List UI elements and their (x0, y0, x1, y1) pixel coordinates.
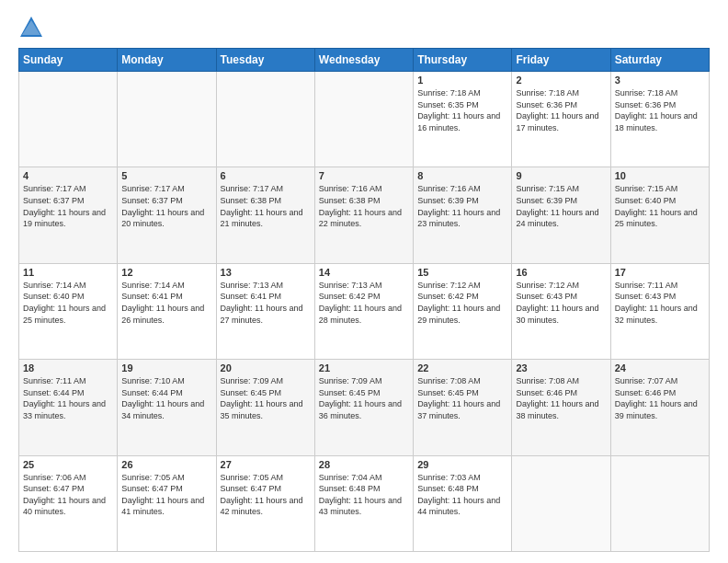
calendar-cell: 29Sunrise: 7:03 AM Sunset: 6:48 PM Dayli… (414, 455, 512, 551)
calendar-cell: 1Sunrise: 7:18 AM Sunset: 6:35 PM Daylig… (414, 72, 512, 167)
day-info: Sunrise: 7:12 AM Sunset: 6:42 PM Dayligh… (417, 280, 507, 326)
calendar-cell: 11Sunrise: 7:14 AM Sunset: 6:40 PM Dayli… (19, 263, 118, 359)
day-info: Sunrise: 7:15 AM Sunset: 6:40 PM Dayligh… (615, 183, 705, 229)
day-info: Sunrise: 7:03 AM Sunset: 6:48 PM Dayligh… (417, 472, 507, 518)
day-number: 9 (516, 170, 606, 181)
calendar-cell (314, 72, 413, 167)
day-info: Sunrise: 7:05 AM Sunset: 6:47 PM Dayligh… (121, 472, 211, 518)
calendar-cell: 27Sunrise: 7:05 AM Sunset: 6:47 PM Dayli… (216, 455, 314, 551)
calendar-cell: 18Sunrise: 7:11 AM Sunset: 6:44 PM Dayli… (19, 360, 118, 455)
calendar-cell: 7Sunrise: 7:16 AM Sunset: 6:38 PM Daylig… (314, 167, 413, 263)
day-number: 13 (221, 267, 311, 278)
calendar-week-3: 18Sunrise: 7:11 AM Sunset: 6:44 PM Dayli… (19, 360, 710, 455)
day-info: Sunrise: 7:17 AM Sunset: 6:37 PM Dayligh… (23, 183, 113, 229)
day-number: 27 (221, 459, 311, 470)
day-number: 19 (121, 362, 211, 373)
day-number: 22 (417, 362, 507, 373)
day-info: Sunrise: 7:17 AM Sunset: 6:38 PM Dayligh… (221, 183, 311, 229)
day-number: 18 (23, 362, 113, 373)
calendar-cell: 22Sunrise: 7:08 AM Sunset: 6:45 PM Dayli… (414, 360, 512, 455)
calendar-cell: 19Sunrise: 7:10 AM Sunset: 6:44 PM Dayli… (118, 360, 216, 455)
calendar-header-tuesday: Tuesday (216, 49, 314, 72)
day-info: Sunrise: 7:06 AM Sunset: 6:47 PM Dayligh… (23, 472, 113, 518)
page: SundayMondayTuesdayWednesdayThursdayFrid… (0, 0, 728, 563)
calendar-cell: 24Sunrise: 7:07 AM Sunset: 6:46 PM Dayli… (610, 360, 709, 455)
day-info: Sunrise: 7:13 AM Sunset: 6:42 PM Dayligh… (319, 280, 409, 326)
calendar-cell: 21Sunrise: 7:09 AM Sunset: 6:45 PM Dayli… (314, 360, 413, 455)
calendar-cell (610, 455, 709, 551)
calendar-cell: 26Sunrise: 7:05 AM Sunset: 6:47 PM Dayli… (118, 455, 216, 551)
day-number: 7 (319, 170, 409, 181)
calendar-cell: 12Sunrise: 7:14 AM Sunset: 6:41 PM Dayli… (118, 263, 216, 359)
calendar-cell: 17Sunrise: 7:11 AM Sunset: 6:43 PM Dayli… (610, 263, 709, 359)
calendar-cell: 15Sunrise: 7:12 AM Sunset: 6:42 PM Dayli… (414, 263, 512, 359)
day-number: 3 (615, 75, 705, 86)
calendar-week-0: 1Sunrise: 7:18 AM Sunset: 6:35 PM Daylig… (19, 72, 710, 167)
day-number: 10 (615, 170, 705, 181)
calendar-cell: 5Sunrise: 7:17 AM Sunset: 6:37 PM Daylig… (118, 167, 216, 263)
day-number: 6 (221, 170, 311, 181)
calendar-header-thursday: Thursday (414, 49, 512, 72)
day-number: 12 (121, 267, 211, 278)
day-number: 26 (121, 459, 211, 470)
day-info: Sunrise: 7:11 AM Sunset: 6:44 PM Dayligh… (23, 375, 113, 421)
calendar: SundayMondayTuesdayWednesdayThursdayFrid… (18, 48, 710, 552)
day-number: 1 (417, 75, 507, 86)
day-info: Sunrise: 7:09 AM Sunset: 6:45 PM Dayligh… (319, 375, 409, 421)
logo-icon (18, 15, 44, 40)
calendar-cell (216, 72, 314, 167)
calendar-header-row: SundayMondayTuesdayWednesdayThursdayFrid… (19, 49, 710, 72)
day-number: 11 (23, 267, 113, 278)
calendar-cell: 25Sunrise: 7:06 AM Sunset: 6:47 PM Dayli… (19, 455, 118, 551)
day-info: Sunrise: 7:07 AM Sunset: 6:46 PM Dayligh… (615, 375, 705, 421)
day-number: 16 (516, 267, 606, 278)
calendar-header-sunday: Sunday (19, 49, 118, 72)
calendar-cell: 9Sunrise: 7:15 AM Sunset: 6:39 PM Daylig… (512, 167, 610, 263)
day-info: Sunrise: 7:18 AM Sunset: 6:35 PM Dayligh… (417, 87, 507, 133)
day-number: 4 (23, 170, 113, 181)
header (18, 15, 710, 40)
day-number: 2 (516, 75, 606, 86)
day-number: 20 (221, 362, 311, 373)
day-number: 29 (417, 459, 507, 470)
calendar-week-4: 25Sunrise: 7:06 AM Sunset: 6:47 PM Dayli… (19, 455, 710, 551)
calendar-cell: 3Sunrise: 7:18 AM Sunset: 6:36 PM Daylig… (610, 72, 709, 167)
day-number: 24 (615, 362, 705, 373)
calendar-cell: 10Sunrise: 7:15 AM Sunset: 6:40 PM Dayli… (610, 167, 709, 263)
calendar-header-friday: Friday (512, 49, 610, 72)
calendar-header-monday: Monday (118, 49, 216, 72)
day-info: Sunrise: 7:08 AM Sunset: 6:45 PM Dayligh… (417, 375, 507, 421)
day-number: 23 (516, 362, 606, 373)
day-info: Sunrise: 7:05 AM Sunset: 6:47 PM Dayligh… (221, 472, 311, 518)
day-number: 17 (615, 267, 705, 278)
calendar-cell: 2Sunrise: 7:18 AM Sunset: 6:36 PM Daylig… (512, 72, 610, 167)
day-info: Sunrise: 7:18 AM Sunset: 6:36 PM Dayligh… (516, 87, 606, 133)
calendar-week-2: 11Sunrise: 7:14 AM Sunset: 6:40 PM Dayli… (19, 263, 710, 359)
calendar-cell: 14Sunrise: 7:13 AM Sunset: 6:42 PM Dayli… (314, 263, 413, 359)
day-info: Sunrise: 7:14 AM Sunset: 6:41 PM Dayligh… (121, 280, 211, 326)
day-info: Sunrise: 7:17 AM Sunset: 6:37 PM Dayligh… (121, 183, 211, 229)
calendar-cell: 8Sunrise: 7:16 AM Sunset: 6:39 PM Daylig… (414, 167, 512, 263)
day-info: Sunrise: 7:11 AM Sunset: 6:43 PM Dayligh… (615, 280, 705, 326)
calendar-cell (512, 455, 610, 551)
day-info: Sunrise: 7:16 AM Sunset: 6:39 PM Dayligh… (417, 183, 507, 229)
day-info: Sunrise: 7:09 AM Sunset: 6:45 PM Dayligh… (221, 375, 311, 421)
day-info: Sunrise: 7:04 AM Sunset: 6:48 PM Dayligh… (319, 472, 409, 518)
day-info: Sunrise: 7:15 AM Sunset: 6:39 PM Dayligh… (516, 183, 606, 229)
day-number: 25 (23, 459, 113, 470)
day-number: 5 (121, 170, 211, 181)
day-info: Sunrise: 7:14 AM Sunset: 6:40 PM Dayligh… (23, 280, 113, 326)
day-number: 28 (319, 459, 409, 470)
day-info: Sunrise: 7:10 AM Sunset: 6:44 PM Dayligh… (121, 375, 211, 421)
calendar-cell (19, 72, 118, 167)
calendar-header-saturday: Saturday (610, 49, 709, 72)
day-info: Sunrise: 7:13 AM Sunset: 6:41 PM Dayligh… (221, 280, 311, 326)
calendar-cell: 6Sunrise: 7:17 AM Sunset: 6:38 PM Daylig… (216, 167, 314, 263)
day-info: Sunrise: 7:08 AM Sunset: 6:46 PM Dayligh… (516, 375, 606, 421)
calendar-cell: 23Sunrise: 7:08 AM Sunset: 6:46 PM Dayli… (512, 360, 610, 455)
calendar-cell (118, 72, 216, 167)
day-number: 21 (319, 362, 409, 373)
calendar-cell: 20Sunrise: 7:09 AM Sunset: 6:45 PM Dayli… (216, 360, 314, 455)
day-number: 8 (417, 170, 507, 181)
day-number: 15 (417, 267, 507, 278)
